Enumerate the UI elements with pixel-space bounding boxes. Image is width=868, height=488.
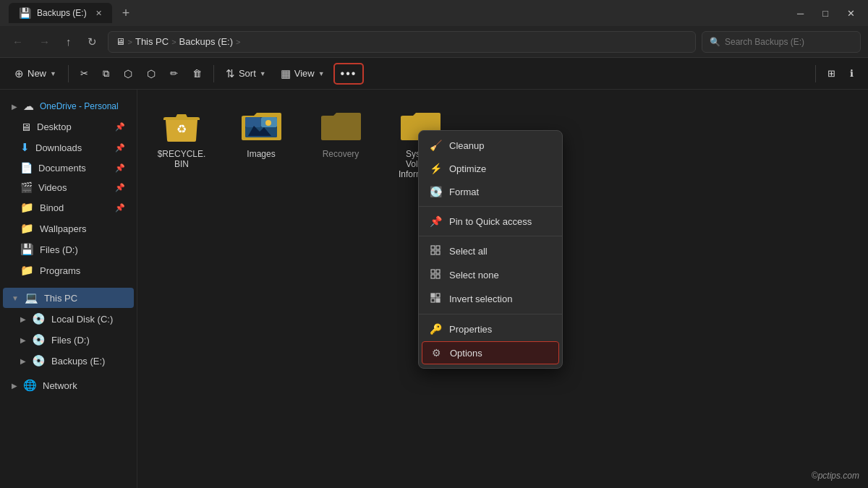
- toolbar-separator-2: [213, 65, 214, 82]
- this-pc-icon: 💻: [25, 291, 38, 304]
- svg-rect-10: [436, 251, 440, 254]
- sidebar-item-files-d-drive[interactable]: ▶ 💿 Files (D:): [3, 330, 134, 350]
- sidebar-item-documents[interactable]: 📄 Documents 📌: [3, 158, 134, 177]
- desktop-icon: 🖥: [20, 121, 31, 133]
- folder-images[interactable]: Images: [229, 101, 294, 185]
- files-d-drive-label: Files (D:): [51, 335, 90, 346]
- minimize-button[interactable]: ─: [793, 7, 808, 20]
- sidebar-item-downloads[interactable]: ⬇ Downloads 📌: [3, 137, 134, 158]
- active-tab[interactable]: 💾 Backups (E:) ✕: [9, 3, 112, 23]
- sidebar-item-onedrive[interactable]: ▶ ☁ OneDrive - Personal: [3, 96, 134, 116]
- new-tab-button[interactable]: +: [122, 6, 130, 21]
- binod-icon: 📁: [20, 201, 34, 214]
- binod-label: Binod: [40, 202, 64, 213]
- copy-icon: ⧉: [103, 68, 109, 80]
- properties-label: Properties: [449, 324, 492, 335]
- videos-icon: 🎬: [20, 181, 33, 193]
- close-button[interactable]: ✕: [843, 7, 859, 20]
- search-placeholder: Search Backups (E:): [725, 37, 804, 47]
- rename-icon: ✏: [170, 68, 178, 79]
- sidebar-item-network[interactable]: ▶ 🌐 Network: [3, 375, 134, 395]
- breadcrumb-backups[interactable]: Backups (E:): [179, 36, 233, 47]
- menu-item-select-all[interactable]: Select all: [419, 239, 562, 263]
- cut-icon: ✂: [80, 68, 88, 79]
- paste-button[interactable]: ⬡: [118, 64, 138, 83]
- more-button[interactable]: •••: [333, 63, 365, 85]
- menu-item-pin[interactable]: 📌 Pin to Quick access: [419, 210, 562, 233]
- select-none-icon: [429, 269, 442, 281]
- desktop-label: Desktop: [37, 121, 72, 132]
- sidebar-item-videos[interactable]: 🎬 Videos 📌: [3, 178, 134, 197]
- main-layout: ▶ ☁ OneDrive - Personal 🖥 Desktop 📌 ⬇ Do…: [0, 90, 868, 488]
- svg-text:♻: ♻: [176, 123, 187, 135]
- up-button[interactable]: ↑: [61, 32, 77, 51]
- delete-button[interactable]: 🗑: [187, 64, 208, 82]
- format-icon: 💽: [429, 186, 442, 197]
- files-d-icon: 💾: [20, 243, 34, 256]
- svg-rect-14: [436, 275, 440, 278]
- watermark: ©pctips.com: [812, 471, 859, 481]
- select-none-label: Select none: [449, 270, 499, 281]
- new-icon: ⊕: [14, 67, 24, 80]
- details-toggle-button[interactable]: ℹ: [844, 64, 859, 82]
- network-chevron: ▶: [12, 382, 17, 390]
- breadcrumb-sep-1: >: [128, 38, 132, 46]
- pin-quick-icon: 📌: [429, 215, 442, 227]
- network-icon: 🌐: [23, 379, 37, 392]
- programs-icon: 📁: [20, 264, 34, 277]
- rename-button[interactable]: ✏: [164, 64, 184, 82]
- copy-button[interactable]: ⧉: [97, 64, 115, 83]
- sidebar-item-binod[interactable]: 📁 Binod 📌: [3, 197, 134, 218]
- tab-close-button[interactable]: ✕: [95, 9, 102, 18]
- menu-item-select-none[interactable]: Select none: [419, 263, 562, 287]
- sidebar-item-desktop[interactable]: 🖥 Desktop 📌: [3, 117, 134, 137]
- refresh-button[interactable]: ↻: [82, 32, 102, 52]
- copy2-icon: ⬡: [147, 68, 156, 80]
- sidebar-item-this-pc[interactable]: ▼ 💻 This PC: [3, 288, 134, 308]
- menu-item-options[interactable]: ⚙ Options: [422, 341, 559, 364]
- search-box[interactable]: 🔍 Search Backups (E:): [702, 31, 861, 53]
- backups-e-chevron: ▶: [20, 357, 26, 365]
- breadcrumb-this-pc[interactable]: This PC: [135, 36, 169, 47]
- invert-selection-icon: [429, 293, 442, 305]
- delete-icon: 🗑: [192, 68, 202, 79]
- cut-button[interactable]: ✂: [75, 64, 94, 82]
- svg-rect-12: [436, 270, 440, 273]
- svg-rect-8: [436, 246, 440, 249]
- sidebar-item-wallpapers[interactable]: 📁 Wallpapers: [3, 218, 134, 239]
- breadcrumb-sep-2: >: [171, 38, 176, 46]
- svg-rect-2: [245, 117, 261, 127]
- menu-item-format[interactable]: 💽 Format: [419, 180, 562, 203]
- new-button[interactable]: ⊕ New ▼: [9, 64, 62, 84]
- breadcrumb-bar[interactable]: 🖥 > This PC > Backups (E:) >: [108, 31, 697, 53]
- select-all-icon: [429, 245, 442, 257]
- layout-toggle-button[interactable]: ⊞: [822, 64, 841, 82]
- pin-label: Pin to Quick access: [449, 216, 532, 227]
- view-icon: ▦: [281, 67, 291, 80]
- menu-item-properties[interactable]: 🔑 Properties: [419, 317, 562, 341]
- recycle-bin-icon: ♻: [160, 107, 203, 145]
- forward-button[interactable]: →: [34, 32, 55, 51]
- folder-recovery[interactable]: Recovery: [308, 101, 373, 185]
- sort-button[interactable]: ⇅ Sort ▼: [220, 64, 272, 84]
- menu-item-cleanup[interactable]: 🧹 Cleanup: [419, 134, 562, 157]
- menu-item-optimize[interactable]: ⚡ Optimize: [419, 157, 562, 180]
- copy2-button[interactable]: ⬡: [141, 64, 161, 83]
- view-button[interactable]: ▦ View ▼: [275, 64, 331, 84]
- title-bar-left: 💾 Backups (E:) ✕ +: [9, 3, 129, 23]
- sidebar-item-programs[interactable]: 📁 Programs: [3, 260, 134, 281]
- sidebar-item-backups-e[interactable]: ▶ 💿 Backups (E:): [3, 351, 134, 371]
- menu-divider-3: [419, 314, 562, 314]
- svg-point-6: [265, 120, 271, 126]
- cleanup-label: Cleanup: [449, 140, 484, 151]
- back-button[interactable]: ←: [7, 32, 28, 51]
- local-c-icon: 💿: [32, 312, 46, 325]
- sidebar-item-files-d[interactable]: 💾 Files (D:): [3, 239, 134, 260]
- options-icon: ⚙: [430, 347, 443, 359]
- format-label: Format: [449, 187, 479, 197]
- sidebar-item-local-disk-c[interactable]: ▶ 💿 Local Disk (C:): [3, 309, 134, 329]
- programs-label: Programs: [40, 265, 80, 276]
- maximize-button[interactable]: □: [818, 7, 833, 20]
- folder-recycle-bin[interactable]: ♻ $RECYCLE.BIN: [149, 101, 214, 185]
- menu-item-invert-selection[interactable]: Invert selection: [419, 287, 562, 311]
